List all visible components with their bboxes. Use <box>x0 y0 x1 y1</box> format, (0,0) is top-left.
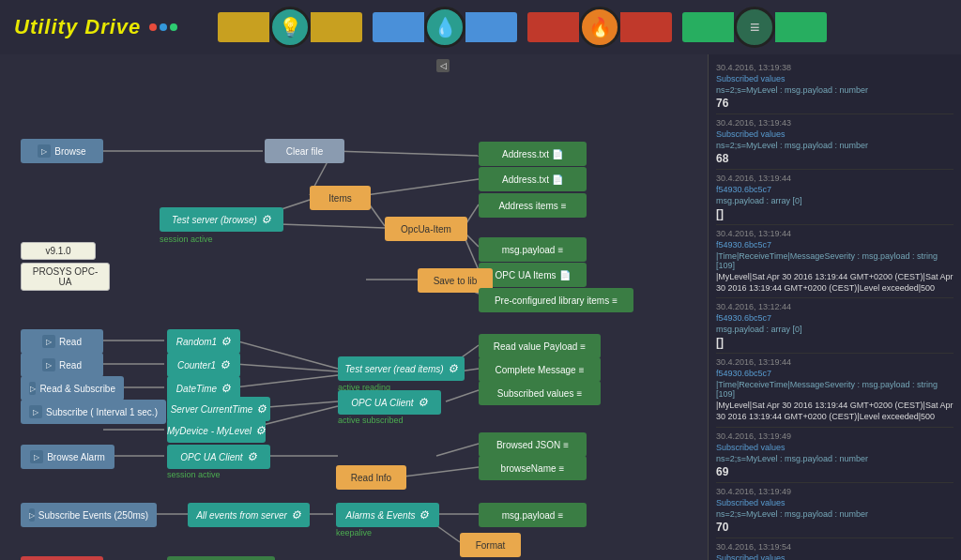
test-server-browse-node[interactable]: Test server (browse) ⚙ <box>160 207 283 232</box>
list-icon-8: ≡ <box>559 463 565 474</box>
gear-icon-1: ⚙ <box>261 213 271 226</box>
msg-payload-events-node[interactable]: msg.payload ≡ <box>479 503 587 527</box>
test-server-read-node[interactable]: Test server (read items) ⚙ <box>338 356 465 381</box>
svg-line-17 <box>235 341 338 369</box>
mydevice-node[interactable]: MyDevice - MyLevel ⚙ <box>167 418 266 443</box>
msg-payload-catch-node[interactable]: msg.payload ≡ <box>167 556 275 560</box>
log-entry: 30.4.2016, 13:19:44f54930.6bc5c7msg.payl… <box>716 170 953 225</box>
browse-alarm-node[interactable]: ▷ Browse Alarm <box>21 445 114 469</box>
log-timestamp: 30.4.2016, 13:19:44 <box>716 229 953 238</box>
session-active-2-status: session active <box>167 470 221 479</box>
log-entry: 30.4.2016, 13:19:44f54930.6bc5c7|Time|Re… <box>716 354 953 427</box>
address-txt-2-node[interactable]: Address.txt 📄 <box>479 167 587 191</box>
browsed-json-node[interactable]: Browsed JSON ≡ <box>479 432 587 457</box>
subscribe-events-node[interactable]: ▷ Subscribe Events (250ms) <box>21 503 157 527</box>
status-menu: ≡ <box>682 7 827 48</box>
random1-node[interactable]: Random1 ⚙ <box>167 329 240 354</box>
read-1-node[interactable]: ▷ Read <box>21 329 103 354</box>
log-timestamp: 30.4.2016, 13:19:38 <box>716 63 953 72</box>
opc-ua-items-node[interactable]: OPC UA Items 📄 <box>479 263 587 287</box>
gear-icon-4: ⚙ <box>221 382 231 395</box>
log-entry: 30.4.2016, 13:19:54Subscribed valuesns=2… <box>716 538 953 560</box>
log-entry: 30.4.2016, 13:19:49Subscribed valuesns=2… <box>716 483 953 538</box>
browse-name-node[interactable]: browseName ≡ <box>479 456 587 480</box>
items-node[interactable]: Items <box>310 186 371 210</box>
svg-line-18 <box>235 364 338 371</box>
log-sublabel: msg.payload : array [0] <box>716 196 953 205</box>
fire-icon: 🔥 <box>579 7 620 48</box>
log-entry: 30.4.2016, 13:19:49Subscribed valuesns=2… <box>716 428 953 483</box>
prosys-box: PROSYS OPC-UA <box>21 263 110 291</box>
opc-ua-client-read-node[interactable]: OPC UA Client ⚙ <box>338 390 441 415</box>
log-sublabel: msg.payload : array [0] <box>716 325 953 334</box>
log-value: 76 <box>716 97 953 110</box>
header: Utility Drive 💡 💧 🔥 ≡ <box>0 0 961 54</box>
logo-dot-red <box>149 23 157 31</box>
logo-title: Utility Drive <box>14 15 141 39</box>
log-label: f54930.6bc5c7 <box>716 240 953 250</box>
svg-line-27 <box>436 444 479 456</box>
address-txt-1-node[interactable]: Address.txt 📄 <box>479 142 587 166</box>
session-active-status: session active <box>160 235 213 244</box>
gear-icon-10: ⚙ <box>291 508 301 522</box>
collapse-panel-button[interactable]: ◁ <box>436 59 450 72</box>
log-timestamp: 30.4.2016, 13:19:44 <box>716 174 953 183</box>
all-events-node[interactable]: All events from server ⚙ <box>188 503 310 527</box>
format-node[interactable]: Format <box>460 533 521 557</box>
logo-dot-blue <box>160 23 167 31</box>
log-entry: 30.4.2016, 13:19:38Subscribed valuesns=2… <box>716 59 953 114</box>
logo-dots <box>149 23 177 31</box>
gear-icon-3: ⚙ <box>220 358 230 371</box>
log-label: Subscribed values <box>716 553 953 560</box>
list-icon-6: ≡ <box>576 388 582 399</box>
opc-ua-client-alarm-node[interactable]: OPC UA Client ⚙ <box>167 445 270 469</box>
list-icon-3: ≡ <box>612 295 618 306</box>
clear-file-node[interactable]: Clear file <box>265 139 344 163</box>
log-sublabel: |Time|ReceiveTime|MessageSeverity : msg.… <box>716 380 953 399</box>
gear-icon-8: ⚙ <box>418 396 428 409</box>
canvas[interactable]: ▷ Browse Clear file Address.txt 📄 Addres… <box>0 54 708 560</box>
read-2-node[interactable]: ▷ Read <box>21 353 103 377</box>
svg-line-19 <box>235 375 338 387</box>
log-sublabel: ns=2;s=MyLevel : msg.payload : number <box>716 509 953 519</box>
address-items-node[interactable]: Address items ≡ <box>479 193 587 218</box>
svg-line-28 <box>404 467 479 477</box>
list-icon-9: ≡ <box>557 510 563 521</box>
log-value: 69 <box>716 465 953 478</box>
msg-payload-1-node[interactable]: msg.payload ≡ <box>479 237 587 262</box>
log-value-long: |MyLevel|Sat Apr 30 2016 13:19:44 GMT+02… <box>716 272 953 294</box>
svg-line-4 <box>366 179 479 195</box>
status-fire: 🔥 <box>527 7 672 48</box>
log-label: Subscribed values <box>716 129 953 139</box>
browse-node[interactable]: ▷ Browse <box>21 139 103 163</box>
file-icon-2: 📄 <box>552 174 563 185</box>
log-label: f54930.6bc5c7 <box>716 185 953 194</box>
log-label: Subscribed values <box>716 74 953 83</box>
opcua-item-node[interactable]: OpcUa-Item <box>385 217 467 241</box>
log-value: [] <box>716 207 953 220</box>
log-timestamp: 30.4.2016, 13:19:49 <box>716 487 953 496</box>
subscribe-1s-node[interactable]: ▷ Subscribe ( Interval 1 sec.) <box>21 400 166 424</box>
catch-all-node[interactable]: ! catch all <box>21 556 103 560</box>
lightbulb-icon: 💡 <box>269 7 311 48</box>
log-value: 68 <box>716 152 953 165</box>
list-icon-1: ≡ <box>561 201 567 211</box>
version-box: v9.1.0 <box>21 242 96 260</box>
subscribed-values-node[interactable]: Subscribed values ≡ <box>479 381 601 405</box>
gear-icon-2: ⚙ <box>221 335 231 348</box>
menu-icon: ≡ <box>734 7 775 48</box>
file-icon-3: 📄 <box>559 270 571 280</box>
svg-line-24 <box>446 390 479 401</box>
log-label: Subscribed values <box>716 443 953 452</box>
log-entry: 30.4.2016, 13:19:43Subscribed valuesns=2… <box>716 114 953 170</box>
read-subscribe-node[interactable]: ▷ Read & Subscribe <box>21 376 124 401</box>
counter1-node[interactable]: Counter1 ⚙ <box>167 353 240 377</box>
gear-icon-6: ⚙ <box>255 424 266 437</box>
log-value: [] <box>716 336 953 349</box>
complete-message-node[interactable]: Complete Message ≡ <box>479 357 601 382</box>
read-value-payload-node[interactable]: Read value Payload ≡ <box>479 334 601 358</box>
alarms-events-node[interactable]: Alarms & Events ⚙ <box>336 503 439 527</box>
preconfigured-node[interactable]: Pre-configured library items ≡ <box>479 288 633 312</box>
read-info-node[interactable]: Read Info <box>336 465 406 490</box>
log-value: 70 <box>716 521 953 534</box>
